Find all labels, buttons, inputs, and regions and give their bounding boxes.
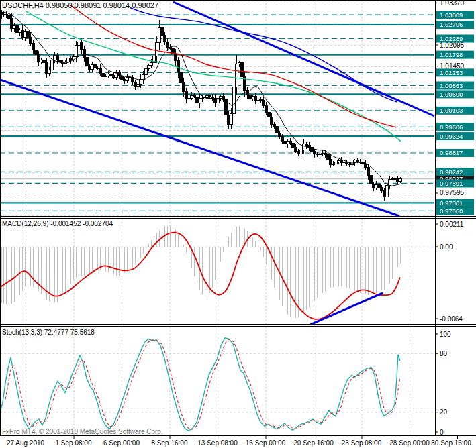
- svg-text:20 Sep 16:00: 20 Sep 16:00: [293, 439, 334, 447]
- macd-indicator-label: MACD(12,26,9) -0.001452 -0.002704: [2, 220, 113, 227]
- svg-text:13 Sep 08:00: 13 Sep 08:00: [197, 439, 238, 447]
- svg-text:1.00600: 1.00600: [440, 91, 463, 98]
- svg-text:0.97060: 0.97060: [440, 207, 463, 215]
- svg-text:0.00: 0.00: [440, 243, 453, 251]
- svg-text:1.01798: 1.01798: [440, 51, 463, 58]
- svg-text:27 Aug 2010: 27 Aug 2010: [7, 439, 45, 447]
- macd-panel-area[interactable]: [0, 219, 434, 324]
- svg-text:0.99324: 0.99324: [440, 133, 463, 140]
- symbol-title: USDCHF,H4 0.98050 0.98091 0.98014 0.9802…: [2, 1, 158, 9]
- time-axis-labels: 27 Aug 20101 Sep 08:006 Sep 00:008 Sep 1…: [7, 436, 471, 447]
- svg-text:1.03009: 1.03009: [440, 11, 463, 19]
- svg-text:0: 0: [440, 429, 444, 436]
- svg-text:80: 80: [440, 350, 448, 357]
- svg-text:16 Sep 00:00: 16 Sep 00:00: [246, 439, 286, 447]
- svg-text:1.03370: 1.03370: [440, 0, 465, 7]
- platform-watermark: FxPro MT4, © 2001-2010 MetaQuotes Softwa…: [2, 428, 163, 435]
- svg-text:0.99606: 0.99606: [440, 123, 463, 131]
- svg-text:0.98242: 0.98242: [440, 168, 463, 176]
- svg-text:1.02706: 1.02706: [440, 21, 463, 28]
- svg-text:0.98817: 0.98817: [440, 149, 463, 156]
- svg-text:0.97891: 0.97891: [440, 180, 463, 187]
- svg-text:1.02289: 1.02289: [440, 35, 463, 42]
- svg-text:1.00103: 1.00103: [440, 107, 463, 114]
- svg-text:28 Sep 00:00: 28 Sep 00:00: [389, 439, 430, 447]
- svg-text:1.01253: 1.01253: [440, 69, 463, 76]
- svg-text:8 Sep 16:00: 8 Sep 16:00: [152, 439, 188, 447]
- mt4-chart-window: 1.033701.020951.014500.975950.002110.00-…: [0, 0, 476, 448]
- stoch-panel-area[interactable]: [0, 327, 434, 435]
- svg-text:6 Sep 00:00: 6 Sep 00:00: [103, 439, 140, 447]
- svg-text:100: 100: [440, 331, 451, 338]
- stoch-indicator-label: Stoch(13,3,3) 72.4777 75.5618: [2, 329, 95, 336]
- svg-text:0.97595: 0.97595: [440, 189, 465, 197]
- svg-text:23 Sep 08:00: 23 Sep 08:00: [342, 439, 382, 447]
- svg-text:30 Sep 16:00: 30 Sep 16:00: [431, 439, 471, 447]
- svg-text:20: 20: [440, 408, 448, 416]
- svg-text:1.00863: 1.00863: [440, 82, 463, 89]
- svg-text:0.00211: 0.00211: [440, 221, 464, 228]
- svg-text:-0.0064: -0.0064: [440, 315, 463, 323]
- svg-text:1 Sep 08:00: 1 Sep 08:00: [56, 439, 92, 447]
- svg-text:0.97301: 0.97301: [440, 199, 463, 207]
